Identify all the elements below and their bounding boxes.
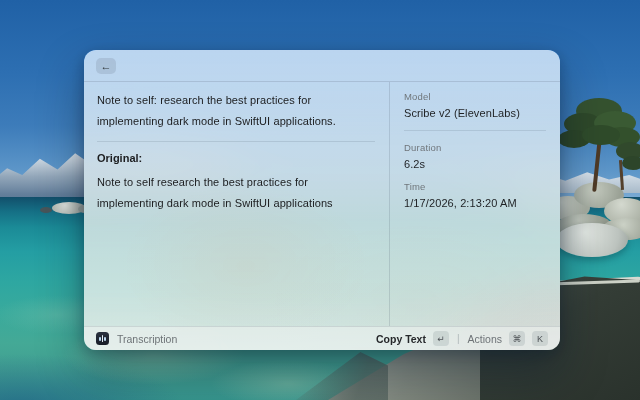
white-boulder [556,223,628,257]
footer-separator: | [457,333,460,344]
command-key-icon[interactable]: ⌘ [509,331,525,346]
model-value: Scribe v2 (ElevenLabs) [404,107,546,119]
back-arrow-icon: ← [101,61,112,72]
window-footer: Transcription Copy Text ↵ | Actions ⌘ K [84,326,560,350]
waveform-app-icon [96,332,109,345]
desktop: ← Note to self: research the best practi… [0,0,640,400]
back-button[interactable]: ← [96,58,116,74]
footer-actions: Copy Text ↵ | Actions ⌘ K [376,331,548,346]
original-section-label: Original: [97,150,375,166]
time-label: Time [404,181,546,192]
app-identity: Transcription [96,332,177,345]
duration-label: Duration [404,142,546,153]
time-value: 1/17/2026, 2:13:20 AM [404,197,546,209]
model-label: Model [404,91,546,102]
app-name-label: Transcription [117,333,177,345]
actions-button[interactable]: Actions [468,333,502,345]
transcription-window: ← Note to self: research the best practi… [84,50,560,350]
transcript-pane: Note to self: research the best practice… [84,82,390,326]
divider [404,130,546,131]
pine-tree [558,98,640,198]
shore-rock [40,207,52,213]
window-body: Note to self: research the best practice… [84,82,560,326]
original-transcript-text: Note to self research the best practices… [97,172,375,214]
enhanced-transcript-text: Note to self: research the best practice… [97,90,375,132]
return-key-icon[interactable]: ↵ [433,331,449,346]
copy-text-button[interactable]: Copy Text [376,333,426,345]
duration-value: 6.2s [404,158,546,170]
window-header: ← [84,50,560,82]
metadata-sidebar: Model Scribe v2 (ElevenLabs) Duration 6.… [390,82,560,326]
k-key-icon[interactable]: K [532,331,548,346]
divider [97,141,375,142]
